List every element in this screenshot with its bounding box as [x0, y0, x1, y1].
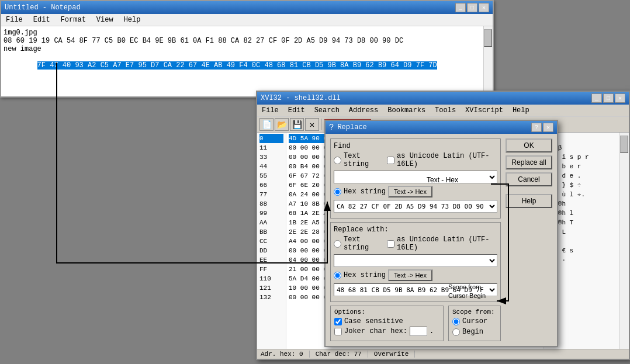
new-icon[interactable]: 📄 — [259, 118, 274, 131]
options-box: Options: Case sensitive Joker char hex: … — [330, 306, 444, 341]
xvi32-scrollbar-thumb[interactable] — [620, 136, 628, 153]
addr-row-14: FF — [259, 265, 283, 274]
notepad-line-1: 08 60 19 19 CA 54 8F 77 C5 B0 EC B4 9E 9… — [4, 37, 481, 45]
find-hex-radio[interactable] — [334, 188, 341, 196]
notepad-menu-view[interactable]: View — [94, 15, 116, 25]
replace-title-bar: ? Replace ? ✕ — [326, 121, 557, 134]
notepad-close-btn[interactable]: ✕ — [479, 3, 489, 12]
joker-input[interactable]: 2E — [410, 327, 427, 336]
open-icon[interactable]: 📂 — [275, 118, 289, 131]
cancel-button[interactable]: Cancel — [506, 172, 552, 186]
replace-help-btn[interactable]: ? — [531, 123, 542, 132]
replace-all-button[interactable]: Replace all — [506, 155, 552, 169]
case-sensitive-label: Case sensitive — [344, 317, 403, 325]
notepad-scrollbar-thumb[interactable] — [484, 29, 492, 47]
find-hex-label: Hex string — [344, 188, 386, 196]
xvi32-menu-edit[interactable]: Edit — [286, 106, 307, 115]
addr-row-15: 110 — [259, 274, 283, 283]
status-char: Char dec: 77 — [316, 351, 368, 358]
addr-row-0: 0 — [259, 134, 283, 143]
replace-win-controls: ? ✕ — [531, 123, 553, 132]
replace-unicode-check[interactable] — [387, 240, 394, 248]
notepad-title-bar: Untitled - Notepad _ □ ✕ — [1, 1, 493, 14]
status-mode: Overwrite — [374, 351, 415, 358]
find-text-input-row — [334, 171, 497, 183]
replace-hex-input-row: 48 68 81 CB D5 9B 8A B9 62 B9 64 D9 7F 7… — [334, 283, 497, 296]
addr-row-13: EE — [259, 255, 283, 265]
find-hex-select[interactable]: CA 82 27 CF 0F 2D A5 D9 94 73 D8 00 90 D… — [334, 200, 497, 213]
status-adr: Adr. hex: 0 — [261, 351, 310, 358]
replace-text-select[interactable] — [334, 254, 497, 267]
joker-check[interactable] — [334, 328, 342, 335]
addr-row-4: 55 — [259, 171, 283, 181]
notepad-scrollbar[interactable] — [483, 26, 493, 96]
scope-begin-row: Begin — [452, 328, 497, 336]
notepad-menu-bar: File Edit Format View Help — [1, 14, 493, 26]
xvi32-title: XVI32 - shell32.dll — [261, 94, 341, 102]
addr-row-10: BB — [259, 227, 283, 237]
notepad-maximize-btn[interactable]: □ — [467, 3, 477, 12]
xvi32-menu-xviscript[interactable]: XVIscript — [463, 106, 506, 115]
find-text-hex-btn[interactable]: Text -> Hex — [388, 186, 432, 197]
xvi32-menu-tools[interactable]: Tools — [432, 106, 458, 115]
xvi32-title-bar: XVI32 - shell32.dll _ □ ✕ — [257, 92, 629, 105]
find-unicode-check[interactable] — [387, 157, 394, 164]
find-label: Find — [334, 142, 497, 150]
xvi32-menu-address[interactable]: Address — [347, 106, 380, 115]
xvi32-menu-bookmarks[interactable]: Bookmarks — [385, 106, 428, 115]
notepad-content: img0.jpg 08 60 19 19 CA 54 8F 77 C5 B0 E… — [1, 26, 483, 96]
addr-row-7: 88 — [259, 199, 283, 209]
addr-row-8: 99 — [259, 209, 283, 218]
notepad-menu-file[interactable]: File — [4, 15, 25, 25]
notepad-line-2: new image — [4, 45, 481, 53]
scope-begin-radio[interactable] — [452, 328, 460, 336]
save-icon[interactable]: 💾 — [290, 118, 304, 131]
xvi32-menu-file[interactable]: File — [259, 106, 281, 115]
xvi32-menu-search[interactable]: Search — [312, 106, 342, 115]
scope-label: Scope from: — [452, 308, 497, 316]
scope-cursor-radio[interactable] — [452, 318, 460, 325]
addr-row-6: 77 — [259, 190, 283, 199]
xvi32-address-col: 0 11 33 44 55 66 77 88 99 AA BB CC DD EE… — [257, 133, 286, 349]
help-button[interactable]: Help — [506, 194, 552, 208]
replace-hex-radio[interactable] — [334, 272, 341, 279]
close-icon[interactable]: ✕ — [305, 118, 319, 131]
find-text-select[interactable] — [334, 171, 497, 183]
joker-dot: . — [430, 327, 434, 335]
replace-with-label: Replace with: — [334, 226, 497, 234]
xvi32-menu-help[interactable]: Help — [510, 106, 532, 115]
find-hex-radio-row: Hex string Text -> Hex — [334, 186, 497, 197]
notepad-menu-edit[interactable]: Edit — [31, 15, 53, 25]
notepad-menu-help[interactable]: Help — [122, 15, 143, 25]
xvi32-minimize-btn[interactable]: _ — [591, 93, 602, 103]
replace-close-btn[interactable]: ✕ — [543, 123, 553, 132]
options-label: Options: — [334, 308, 439, 316]
find-unicode-label: as Unicode Latin (UTF-16LE) — [397, 152, 497, 168]
find-text-radio[interactable] — [334, 157, 341, 164]
notepad-menu-format[interactable]: Format — [58, 15, 88, 25]
notepad-window: Untitled - Notepad _ □ ✕ File Edit Forma… — [0, 0, 494, 98]
replace-hex-select[interactable]: 48 68 81 CB D5 9B 8A B9 62 B9 64 D9 7F 7… — [334, 283, 497, 296]
find-section: Find Text string as Unicode Latin (UTF-1… — [330, 138, 501, 219]
addr-row-16: 121 — [259, 283, 283, 293]
xvi32-close-btn[interactable]: ✕ — [615, 93, 625, 103]
xvi32-win-controls: _ □ ✕ — [591, 93, 625, 103]
notepad-title: Untitled - Notepad — [5, 4, 81, 12]
ok-button[interactable]: OK — [506, 138, 552, 152]
notepad-line-3: 7F 47 40 93 A2 C5 A7 E7 95 D7 CA 22 67 4… — [4, 53, 481, 78]
xvi32-maximize-btn[interactable]: □ — [603, 93, 614, 103]
xvi32-menu-bar: File Edit Search Address Bookmarks Tools… — [257, 105, 629, 117]
options-scope-row: Options: Case sensitive Joker char hex: … — [330, 306, 501, 341]
replace-text-hex-btn[interactable]: Text -> Hex — [388, 269, 432, 281]
case-sensitive-check[interactable] — [334, 318, 342, 325]
scope-cursor-label: Cursor — [462, 317, 487, 325]
replace-unicode-label: as Unicode Latin (UTF-16LE) — [397, 235, 497, 252]
notepad-minimize-btn[interactable]: _ — [455, 3, 466, 12]
replace-dialog: ? Replace ? ✕ Find Text string as Unicod… — [324, 120, 558, 347]
replace-main-panel: Find Text string as Unicode Latin (UTF-1… — [330, 138, 501, 341]
find-text-label: Text string — [344, 152, 385, 168]
replace-hex-label: Hex string — [344, 271, 386, 279]
joker-row: Joker char hex: 2E . — [334, 327, 439, 336]
xvi32-scrollbar[interactable] — [619, 133, 629, 349]
replace-text-radio[interactable] — [334, 240, 341, 248]
